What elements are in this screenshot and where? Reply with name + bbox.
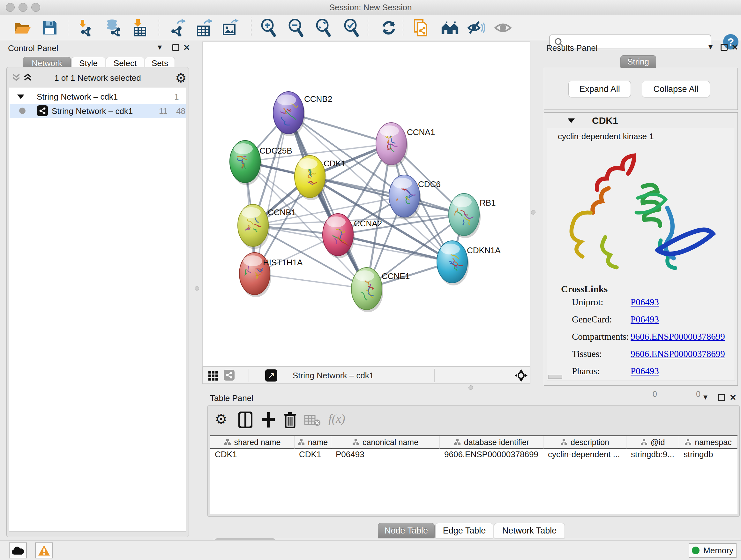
zoom-in-button[interactable] (259, 19, 277, 37)
table-cell[interactable]: stringdb (679, 449, 738, 462)
warning-status-button[interactable] (35, 543, 53, 558)
delete-column-trash-icon[interactable] (284, 412, 296, 428)
column-header-namespac[interactable]: namespac (679, 436, 738, 449)
panel-maximize-button[interactable] (721, 44, 728, 51)
network-view-canvas[interactable]: CCNB2CCNA1CDC25BCDK1CDC6RB1CCNB1CCNA2CDK… (202, 42, 530, 367)
tab-string[interactable]: String (620, 55, 656, 68)
function-builder-icon[interactable]: f(x) (328, 412, 345, 426)
show-columns-icon[interactable] (239, 412, 253, 428)
table-cell[interactable]: CDK1 (294, 449, 331, 462)
network-node-ccnb2[interactable]: CCNB2 (273, 91, 332, 136)
zoom-out-button[interactable] (286, 19, 305, 37)
gene-result-box: CDK1 cyclin-dependent kinase 1 CrossLink… (544, 112, 738, 386)
network-type-share-icon[interactable] (224, 370, 234, 381)
tab-edge-table[interactable]: Edge Table (435, 523, 493, 538)
birdseye-grid-icon[interactable] (208, 371, 218, 381)
show-eye-icon (494, 21, 512, 35)
network-list-box: 1 of 1 Network selected ⚙ String Network… (6, 67, 189, 537)
network-node-rb1[interactable]: RB1 (449, 193, 496, 238)
column-header-label: canonical name (362, 438, 418, 447)
network-collection-row[interactable]: String Network – cdk1 1 (10, 89, 186, 104)
refresh-button[interactable] (380, 19, 398, 37)
column-tree-icon (641, 439, 648, 446)
panel-maximize-button[interactable] (718, 394, 725, 401)
network-node-cdkn1a[interactable]: CDKN1A (437, 241, 501, 286)
network-selection-status: 1 of 1 Network selected (7, 73, 189, 83)
zoom-fit-button[interactable] (314, 19, 332, 37)
network-node-ccna1[interactable]: CCNA1 (376, 123, 435, 167)
crosslink-link[interactable]: 9606.ENSP00000378699 (630, 349, 725, 359)
import-network-from-database-button[interactable] (104, 19, 122, 37)
crosslink-row: Uniprot:P06493 (547, 297, 735, 314)
network-node-cdc6[interactable]: CDC6 (389, 175, 441, 220)
create-column-plus-icon[interactable] (261, 412, 275, 428)
table-cell[interactable]: 9606.ENSP00000378699 (440, 449, 543, 462)
save-session-button[interactable] (41, 19, 59, 37)
panel-close-button[interactable]: ✕ (730, 393, 737, 402)
panel-float-button[interactable]: ▾ (703, 392, 708, 402)
network-edge[interactable] (255, 273, 367, 289)
gene-collapse-icon[interactable] (568, 118, 575, 123)
network-options-gear-icon[interactable]: ⚙ (175, 71, 187, 85)
column-header-description[interactable]: description (543, 436, 626, 449)
home-button[interactable] (441, 19, 459, 37)
tree-expand-icon[interactable] (17, 95, 24, 99)
vertical-splitter-grip[interactable] (531, 210, 536, 214)
export-network-button[interactable] (169, 19, 186, 37)
string-network-graph[interactable]: CCNB2CCNA1CDC25BCDK1CDC6RB1CCNB1CCNA2CDK… (203, 42, 530, 366)
table-options-gear-icon[interactable]: ⚙ (215, 411, 227, 427)
table-cell[interactable]: cyclin-dependent ... (543, 449, 626, 462)
panel-float-button[interactable]: ▾ (158, 42, 162, 52)
open-folder-icon (14, 21, 30, 35)
hide-unhide-button[interactable] (467, 19, 485, 37)
open-session-button[interactable] (13, 19, 31, 37)
tab-node-table[interactable]: Node Table (378, 523, 434, 538)
open-in-window-icon[interactable]: ↗ (265, 369, 277, 381)
title-bar: Session: New Session (0, 0, 741, 15)
delete-table-icon[interactable] (304, 414, 321, 427)
panel-close-button[interactable]: ✕ (183, 43, 190, 53)
network-node-hist1h1a[interactable]: HIST1H1A (239, 253, 303, 297)
network-edge[interactable] (255, 113, 288, 273)
table-cell[interactable]: stringdb:9... (626, 449, 679, 462)
toolbar-separator (367, 17, 368, 37)
column-header-database-identifier[interactable]: database identifier (440, 436, 543, 449)
collapse-all-button[interactable]: Collapse All (642, 81, 710, 98)
import-network-button[interactable] (75, 19, 93, 37)
panel-close-button[interactable]: ✕ (731, 43, 738, 52)
panel-maximize-button[interactable] (172, 44, 179, 51)
crosslink-link[interactable]: P06493 (630, 314, 659, 325)
network-row-selected[interactable]: String Network – cdk1 11 48 (10, 104, 186, 118)
fit-crosshair-icon[interactable] (515, 369, 528, 382)
column-header--id[interactable]: @id (626, 436, 679, 449)
column-header-shared-name[interactable]: shared name (210, 436, 294, 449)
copy-network-button[interactable] (412, 19, 430, 37)
cloud-status-button[interactable] (9, 543, 27, 558)
table-cell[interactable]: P06493 (331, 449, 440, 462)
mini-scrollbar[interactable] (548, 375, 562, 379)
column-header-canonical-name[interactable]: canonical name (331, 436, 440, 449)
table-cell[interactable]: CDK1 (210, 449, 294, 462)
node-table[interactable]: shared namenamecanonical namedatabase id… (210, 435, 738, 514)
memory-button[interactable]: Memory (689, 543, 737, 558)
crosslink-link[interactable]: 9606.ENSP00000378699 (630, 331, 725, 342)
column-header-name[interactable]: name (294, 436, 331, 449)
export-table-button[interactable] (195, 19, 213, 37)
vertical-splitter-grip[interactable] (195, 286, 199, 291)
panel-float-button[interactable]: ▾ (709, 42, 713, 52)
node-label: CCNB2 (304, 94, 332, 104)
show-eye-button[interactable] (494, 19, 512, 37)
network-node-ccnb1[interactable]: CCNB1 (238, 204, 296, 249)
network-node-ccne1[interactable]: CCNE1 (351, 267, 410, 312)
crosslink-link[interactable]: P06493 (630, 366, 659, 376)
import-table-button[interactable] (130, 19, 148, 37)
network-edge[interactable] (310, 177, 464, 214)
expand-all-button[interactable]: Expand All (568, 81, 631, 98)
zoom-selected-button[interactable] (342, 19, 360, 37)
export-image-button[interactable] (221, 19, 239, 37)
crosslink-link[interactable]: P06493 (630, 297, 659, 307)
gene-symbol: CDK1 (592, 115, 618, 126)
tab-network-table[interactable]: Network Table (494, 523, 565, 538)
node-label: CDKN1A (467, 246, 501, 255)
horizontal-splitter-grip[interactable] (468, 385, 473, 390)
